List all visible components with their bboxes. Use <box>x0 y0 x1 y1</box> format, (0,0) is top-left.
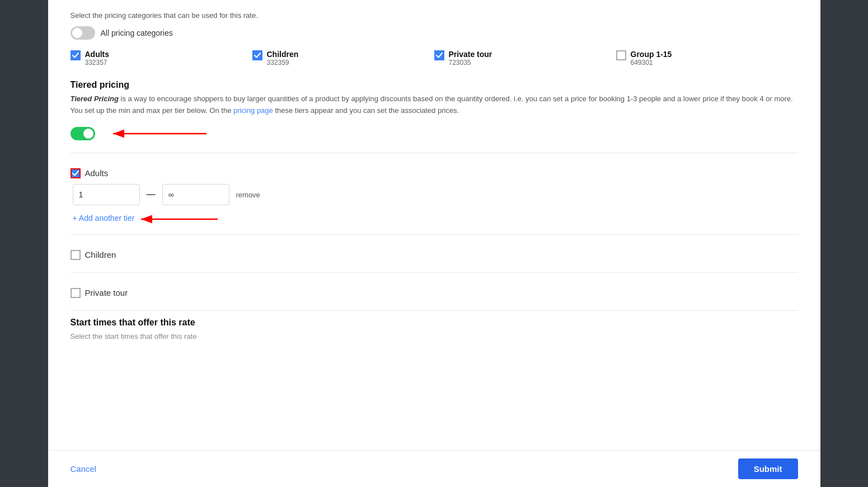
private-tour-cat-id: 723035 <box>449 59 492 67</box>
group-checkbox[interactable] <box>616 50 626 60</box>
modal-footer: Cancel Submit <box>48 450 820 487</box>
pricing-cat-adults: Adults 332357 <box>71 50 252 67</box>
submit-button[interactable]: Submit <box>738 458 798 479</box>
red-arrow-toggle <box>109 124 209 144</box>
all-categories-label: All pricing categories <box>101 29 173 37</box>
tier-adults-max-input[interactable] <box>162 184 229 205</box>
group-cat-name: Group 1-15 <box>631 50 672 59</box>
group-cat-info: Group 1-15 649301 <box>631 50 672 67</box>
adults-cat-name: Adults <box>85 50 110 59</box>
add-tier-row: + Add another tier <box>71 211 798 228</box>
children-cat-name: Children <box>267 50 299 59</box>
pricing-categories-list: Adults 332357 Children 332359 <box>71 50 798 67</box>
pricing-cat-private-tour: Private tour 723035 <box>434 50 616 67</box>
red-arrow-add-tier <box>137 211 220 228</box>
tiered-pricing-toggle-slider <box>71 127 95 140</box>
pricing-cat-children: Children 332359 <box>252 50 434 67</box>
tiered-pricing-toggle-row <box>71 124 798 144</box>
children-checkbox[interactable] <box>252 50 262 60</box>
tier-adults-name: Adults <box>85 168 109 178</box>
divider-after-children <box>71 272 798 273</box>
tier-section-adults: Adults — remove + Add another tier <box>71 160 798 228</box>
add-another-tier-link[interactable]: + Add another tier <box>71 214 135 223</box>
tier-private-tour-header: Private tour <box>71 280 798 304</box>
divider-after-adults <box>71 234 798 235</box>
private-tour-cat-info: Private tour 723035 <box>449 50 492 67</box>
tier-children-checkbox[interactable] <box>71 250 81 260</box>
start-times-title: Start times that offer this rate <box>71 318 798 328</box>
tier-adults-header: Adults <box>71 160 798 184</box>
tier-remove-button[interactable]: remove <box>236 191 260 199</box>
adults-cat-id: 332357 <box>85 59 110 67</box>
tiered-pricing-em: Tiered Pricing <box>71 94 119 103</box>
tiered-pricing-toggle[interactable] <box>71 127 95 140</box>
divider-after-toggle <box>71 153 798 153</box>
tiered-desc-p2: You set up the min and max per tier belo… <box>71 106 233 115</box>
pricing-categories-description: Select the pricing categories that can b… <box>71 11 798 20</box>
adults-checkbox[interactable] <box>71 50 81 60</box>
tier-children-name: Children <box>85 250 116 259</box>
private-tour-cat-name: Private tour <box>449 50 492 59</box>
tier-adults-min-input[interactable] <box>73 184 140 205</box>
tier-adults-checkbox[interactable] <box>71 168 81 178</box>
private-tour-checkbox[interactable] <box>434 50 444 60</box>
divider-after-private-tour <box>71 310 798 311</box>
tier-dash: — <box>147 190 156 200</box>
all-categories-toggle-slider <box>71 26 95 40</box>
tier-section-children: Children <box>71 242 798 266</box>
tiered-pricing-desc-part1: is a way to encourage shoppers to buy la… <box>119 94 793 103</box>
tier-private-tour-name: Private tour <box>85 288 128 297</box>
children-cat-id: 332359 <box>267 59 299 67</box>
pricing-page-link[interactable]: pricing page <box>233 106 273 115</box>
children-cat-info: Children 332359 <box>267 50 299 67</box>
tiered-desc-p3: these tiers appear and you can set the a… <box>273 106 459 115</box>
tiered-pricing-desc2: You set up the min and max per tier belo… <box>71 106 798 115</box>
cancel-button[interactable]: Cancel <box>71 464 97 474</box>
tier-adults-row-0: — remove <box>71 184 798 205</box>
tiered-pricing-title: Tiered pricing <box>71 80 798 90</box>
tiered-pricing-desc: Tiered Pricing is a way to encourage sho… <box>71 94 798 103</box>
tiered-pricing-section: Tiered pricing Tiered Pricing is a way t… <box>71 80 798 144</box>
all-categories-toggle[interactable] <box>71 26 95 40</box>
tier-private-tour-checkbox[interactable] <box>71 288 81 298</box>
adults-cat-info: Adults 332357 <box>85 50 110 67</box>
tier-children-header: Children <box>71 242 798 266</box>
group-cat-id: 649301 <box>631 59 672 67</box>
start-times-description: Select the start times that offer this r… <box>71 332 798 341</box>
start-times-section: Start times that offer this rate Select … <box>71 318 798 341</box>
tier-section-private-tour: Private tour <box>71 280 798 304</box>
pricing-cat-group: Group 1-15 649301 <box>616 50 798 67</box>
